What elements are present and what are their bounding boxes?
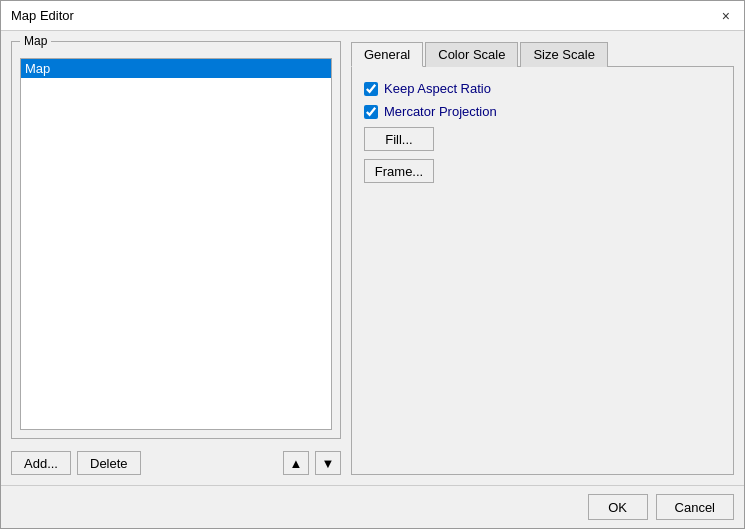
- keep-aspect-ratio-label[interactable]: Keep Aspect Ratio: [384, 81, 491, 96]
- dialog-title: Map Editor: [11, 8, 74, 23]
- tab-content-general: Keep Aspect Ratio Mercator Projection Fi…: [351, 67, 734, 475]
- cancel-button[interactable]: Cancel: [656, 494, 734, 520]
- tab-general-label: General: [364, 47, 410, 62]
- map-editor-dialog: Map Editor × Map Map Add... Delete ▲: [0, 0, 745, 529]
- mercator-projection-label[interactable]: Mercator Projection: [384, 104, 497, 119]
- frame-button[interactable]: Frame...: [364, 159, 434, 183]
- arrow-up-button[interactable]: ▲: [283, 451, 309, 475]
- left-button-row: Add... Delete ▲ ▼: [11, 451, 341, 475]
- map-group-box: Map Map: [11, 41, 341, 439]
- ok-button[interactable]: OK: [588, 494, 648, 520]
- group-legend: Map: [20, 34, 51, 48]
- right-panel: General Color Scale Size Scale Keep Aspe…: [351, 41, 734, 475]
- left-panel: Map Map Add... Delete ▲ ▼: [11, 41, 341, 475]
- dialog-footer: OK Cancel: [1, 485, 744, 528]
- fill-button[interactable]: Fill...: [364, 127, 434, 151]
- keep-aspect-ratio-row: Keep Aspect Ratio: [364, 81, 721, 96]
- arrow-down-button[interactable]: ▼: [315, 451, 341, 475]
- map-list-box[interactable]: Map: [20, 58, 332, 430]
- add-button[interactable]: Add...: [11, 451, 71, 475]
- tab-color-scale[interactable]: Color Scale: [425, 42, 518, 67]
- tab-size-scale-label: Size Scale: [533, 47, 594, 62]
- arrow-down-icon: ▼: [322, 456, 335, 471]
- tab-size-scale[interactable]: Size Scale: [520, 42, 607, 67]
- mercator-projection-checkbox[interactable]: [364, 105, 378, 119]
- list-item-label: Map: [25, 61, 50, 76]
- title-bar: Map Editor ×: [1, 1, 744, 31]
- frame-button-row: Frame...: [364, 159, 721, 183]
- tab-bar: General Color Scale Size Scale: [351, 41, 734, 67]
- fill-button-row: Fill...: [364, 127, 721, 151]
- keep-aspect-ratio-checkbox[interactable]: [364, 82, 378, 96]
- dialog-body: Map Map Add... Delete ▲ ▼: [1, 31, 744, 485]
- arrow-up-icon: ▲: [290, 456, 303, 471]
- close-button[interactable]: ×: [718, 9, 734, 23]
- tab-general[interactable]: General: [351, 42, 423, 67]
- list-item[interactable]: Map: [21, 59, 331, 78]
- delete-button[interactable]: Delete: [77, 451, 141, 475]
- tab-color-scale-label: Color Scale: [438, 47, 505, 62]
- mercator-projection-row: Mercator Projection: [364, 104, 721, 119]
